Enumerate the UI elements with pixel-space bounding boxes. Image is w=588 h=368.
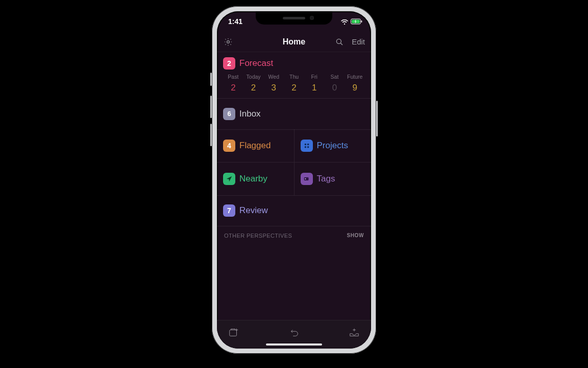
forecast-day[interactable]: Thu2: [284, 74, 304, 93]
mute-switch: [210, 73, 212, 86]
forecast-day-label: Future: [345, 74, 365, 80]
svg-point-8: [304, 146, 306, 148]
svg-point-9: [307, 146, 309, 148]
volume-down-button: [210, 124, 212, 146]
tag-icon: [301, 173, 313, 185]
row-flagged-projects: 4 Flagged Projects: [217, 129, 371, 162]
svg-line-5: [340, 43, 342, 45]
svg-rect-1: [361, 20, 362, 22]
forecast-day-count: 3: [263, 83, 284, 93]
home-indicator[interactable]: [266, 343, 322, 346]
new-inbox-item-button[interactable]: [347, 325, 362, 340]
content-area: 2 Forecast Past2Today2Wed3Thu2Fri1Sat0Fu…: [217, 52, 371, 320]
forecast-day-label: Sat: [325, 74, 345, 80]
battery-charging-icon: [351, 18, 363, 25]
location-arrow-icon: [223, 173, 235, 185]
nearby-cell[interactable]: Nearby: [217, 163, 295, 195]
new-project-button[interactable]: [226, 325, 241, 340]
forecast-day-label: Past: [223, 74, 243, 80]
forecast-day[interactable]: Today2: [243, 74, 264, 93]
svg-point-4: [337, 39, 341, 43]
forecast-day-label: Today: [243, 74, 264, 80]
projects-icon: [301, 140, 313, 152]
svg-point-6: [304, 144, 306, 146]
forecast-title: Forecast: [239, 58, 273, 68]
volume-up-button: [210, 96, 212, 118]
forecast-days-row: Past2Today2Wed3Thu2Fri1Sat0Future9: [223, 74, 365, 98]
review-badge: 7: [223, 204, 235, 217]
search-button[interactable]: [334, 37, 345, 47]
wifi-icon: [340, 18, 349, 25]
forecast-badge: 2: [223, 57, 235, 70]
other-perspectives-row: OTHER PERSPECTIVES SHOW: [217, 226, 371, 245]
forecast-day-count: 0: [325, 83, 345, 93]
settings-button[interactable]: [223, 37, 233, 47]
power-button: [376, 101, 378, 136]
review-cell[interactable]: 7 Review: [217, 195, 371, 226]
forecast-day-label: Fri: [304, 74, 325, 80]
flagged-cell[interactable]: 4 Flagged: [217, 129, 295, 162]
status-time: 1:41: [228, 17, 242, 26]
nearby-title: Nearby: [239, 174, 267, 184]
projects-cell[interactable]: Projects: [295, 129, 372, 162]
forecast-day[interactable]: Sat0: [325, 74, 345, 93]
svg-point-11: [305, 178, 306, 179]
tags-title: Tags: [317, 174, 335, 184]
nav-bar: Home Edit: [217, 32, 371, 52]
svg-rect-10: [304, 177, 308, 180]
forecast-day-label: Thu: [284, 74, 304, 80]
inbox-cell[interactable]: 6 Inbox: [217, 99, 371, 129]
forecast-day[interactable]: Past2: [223, 74, 243, 93]
edit-button[interactable]: Edit: [352, 37, 365, 46]
forecast-day-label: Wed: [263, 74, 284, 80]
speaker-grill: [283, 17, 305, 19]
forecast-day-count: 2: [284, 83, 304, 93]
phone-frame: 1:41: [212, 6, 376, 354]
undo-button[interactable]: [286, 325, 302, 340]
review-title: Review: [239, 205, 268, 216]
show-other-button[interactable]: SHOW: [347, 233, 364, 238]
svg-point-7: [307, 144, 309, 146]
inbox-title: Inbox: [239, 109, 261, 119]
projects-title: Projects: [317, 141, 348, 151]
notch: [256, 11, 332, 25]
forecast-day[interactable]: Fri1: [304, 74, 325, 93]
forecast-day-count: 2: [223, 83, 243, 93]
row-nearby-tags: Nearby Tags: [217, 163, 371, 195]
forecast-day[interactable]: Wed3: [263, 74, 284, 93]
flagged-badge: 4: [223, 140, 235, 152]
front-camera: [310, 16, 314, 20]
other-perspectives-label: OTHER PERSPECTIVES: [224, 233, 292, 239]
svg-point-3: [227, 40, 230, 43]
forecast-cell[interactable]: 2 Forecast Past2Today2Wed3Thu2Fri1Sat0Fu…: [217, 52, 371, 98]
screen: 1:41: [217, 11, 371, 349]
forecast-day-count: 1: [304, 83, 325, 93]
svg-rect-12: [230, 330, 237, 336]
forecast-day-count: 2: [243, 83, 264, 93]
inbox-badge: 6: [223, 108, 235, 120]
forecast-day[interactable]: Future9: [345, 74, 365, 93]
forecast-day-count: 9: [345, 83, 365, 93]
tags-cell[interactable]: Tags: [295, 163, 372, 195]
flagged-title: Flagged: [239, 141, 271, 151]
